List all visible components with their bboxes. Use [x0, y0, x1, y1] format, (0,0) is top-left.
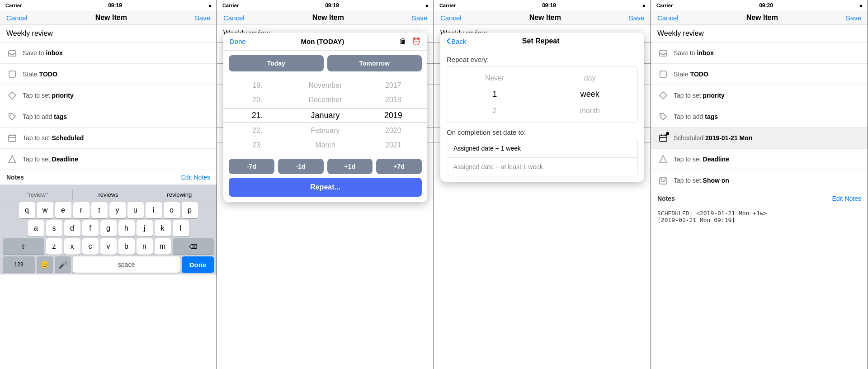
- notes-title-4: Notes: [657, 195, 675, 202]
- status-bar-4: Carrier 09:20 ■: [651, 0, 868, 11]
- cancel-button-3[interactable]: Cancel: [440, 14, 462, 22]
- key-j[interactable]: j: [137, 220, 153, 237]
- inbox-icon-1: [6, 47, 18, 59]
- key-z[interactable]: z: [46, 238, 62, 255]
- tag-icon-1: [6, 111, 18, 123]
- autocomplete-reviewing-1[interactable]: reviewing: [144, 189, 215, 200]
- svg-point-3: [10, 115, 11, 116]
- rp-back-button[interactable]: Back: [447, 38, 466, 45]
- key-o[interactable]: o: [164, 202, 180, 218]
- rp-header: Back Set Repeat: [440, 33, 644, 50]
- key-n[interactable]: n: [137, 238, 153, 255]
- deadline-label-1: Tap to set Deadline: [23, 156, 78, 163]
- keyboard-row-2: a s d f g h j k l: [3, 220, 214, 237]
- row-scheduled-1[interactable]: Tap to set Scheduled: [0, 128, 217, 149]
- key-p[interactable]: p: [182, 202, 198, 218]
- state-label-1: State TODO: [23, 71, 57, 78]
- key-t[interactable]: t: [91, 202, 108, 218]
- panel-1: Carrier 09:19 ■ Cancel New Item Save Sav…: [0, 0, 217, 369]
- row-scheduled-4[interactable]: Scheduled 2019-01-21 Mon: [651, 128, 868, 149]
- drum-roll[interactable]: 19. 20. 21. 22. 23. November December Ja…: [223, 76, 427, 155]
- dp-header-icons: 🗑 ⏰: [399, 37, 421, 46]
- tomorrow-button[interactable]: Tomorrow: [327, 55, 422, 71]
- key-done[interactable]: Done: [182, 256, 214, 273]
- key-s[interactable]: s: [46, 220, 62, 237]
- key-r[interactable]: r: [73, 202, 90, 218]
- key-b[interactable]: b: [118, 238, 135, 255]
- alarm-icon[interactable]: ⏰: [412, 37, 421, 46]
- trash-icon[interactable]: 🗑: [399, 37, 406, 46]
- edit-notes-1[interactable]: Edit Notes: [181, 174, 210, 181]
- row-priority-1[interactable]: Tap to set priority: [0, 85, 217, 106]
- step-minus1d[interactable]: -1d: [278, 159, 324, 174]
- key-i[interactable]: i: [146, 202, 162, 218]
- key-backspace[interactable]: ⌫: [173, 238, 214, 255]
- key-g[interactable]: g: [100, 220, 117, 237]
- svg-rect-4: [9, 135, 16, 142]
- svg-rect-19: [660, 135, 667, 142]
- row-state-1[interactable]: State TODO: [0, 64, 217, 85]
- repeat-modal: Back Set Repeat Repeat every: Never 1 2 …: [440, 33, 644, 182]
- key-m[interactable]: m: [155, 238, 171, 255]
- row-inbox-1[interactable]: Save to inbox: [0, 43, 217, 64]
- key-mic[interactable]: 🎤: [55, 256, 71, 273]
- showon-label-4: Tap to set Show on: [674, 177, 729, 184]
- key-x[interactable]: x: [64, 238, 80, 255]
- row-deadline-4[interactable]: Tap to set Deadline: [651, 149, 868, 170]
- dp-done-button[interactable]: Done: [230, 38, 246, 45]
- calendar2-icon-4: [657, 175, 669, 186]
- row-state-4[interactable]: State TODO: [651, 64, 868, 85]
- repeat-button[interactable]: Repeat...: [229, 178, 422, 197]
- key-emoji[interactable]: 😊: [37, 256, 53, 273]
- autocomplete-reviews-1[interactable]: reviews: [73, 189, 144, 200]
- row-deadline-1[interactable]: Tap to set Deadline: [0, 149, 217, 170]
- row-priority-4[interactable]: Tap to set priority: [651, 85, 868, 106]
- key-h[interactable]: h: [118, 220, 135, 237]
- key-space[interactable]: space: [73, 256, 180, 273]
- save-button-2[interactable]: Save: [412, 14, 427, 22]
- cancel-button-4[interactable]: Cancel: [657, 14, 679, 22]
- key-y[interactable]: y: [109, 202, 126, 218]
- key-d[interactable]: d: [64, 220, 80, 237]
- key-a[interactable]: a: [28, 220, 44, 237]
- row-showon-4[interactable]: Tap to set Show on: [651, 170, 868, 191]
- item-title-input-4[interactable]: [657, 29, 861, 38]
- key-123[interactable]: 123: [3, 256, 35, 273]
- content-1: Save to inbox State TODO Tap to set prio…: [0, 25, 217, 369]
- drum-col-month: November December January February March: [291, 79, 359, 152]
- row-tags-4[interactable]: Tap to add tags: [651, 106, 868, 128]
- cancel-button-1[interactable]: Cancel: [6, 14, 28, 22]
- row-tags-1[interactable]: Tap to add tags: [0, 106, 217, 128]
- key-u[interactable]: u: [127, 202, 144, 218]
- cancel-button-2[interactable]: Cancel: [223, 14, 245, 22]
- triangle-icon-1: [6, 153, 18, 165]
- autocomplete-quoted-1[interactable]: "review": [2, 189, 73, 200]
- step-plus7d[interactable]: +7d: [376, 159, 422, 174]
- key-f[interactable]: f: [82, 220, 99, 237]
- battery-icon-3: ■: [642, 3, 645, 8]
- key-l[interactable]: l: [173, 220, 189, 237]
- rp-comp-option-1[interactable]: Assigned date + 1 week: [447, 139, 637, 158]
- nav-title-3: New Item: [529, 14, 561, 22]
- rp-picker[interactable]: Never 1 2 day week month: [447, 66, 638, 123]
- edit-notes-4[interactable]: Edit Notes: [832, 195, 861, 202]
- rp-comp-option-2[interactable]: Assigned date + at least 1 week: [447, 158, 637, 176]
- step-plus1d[interactable]: +1d: [327, 159, 373, 174]
- save-button-3[interactable]: Save: [629, 14, 644, 22]
- key-w[interactable]: w: [37, 202, 53, 218]
- key-e[interactable]: e: [55, 202, 71, 218]
- key-q[interactable]: q: [19, 202, 35, 218]
- keyboard-row-3: ⇧ z x c v b n m ⌫: [3, 238, 214, 255]
- today-button[interactable]: Today: [229, 55, 324, 71]
- checkbox-icon-1: [6, 68, 18, 80]
- step-minus7d[interactable]: -7d: [229, 159, 274, 174]
- key-c[interactable]: c: [82, 238, 99, 255]
- save-button-1[interactable]: Save: [195, 14, 210, 22]
- item-title-input-1[interactable]: [6, 29, 210, 38]
- key-v[interactable]: v: [100, 238, 117, 255]
- battery-icon-1: ■: [208, 3, 211, 8]
- key-shift[interactable]: ⇧: [3, 238, 44, 255]
- save-button-4[interactable]: Save: [846, 14, 861, 22]
- row-inbox-4[interactable]: Save to inbox: [651, 43, 868, 64]
- key-k[interactable]: k: [155, 220, 171, 237]
